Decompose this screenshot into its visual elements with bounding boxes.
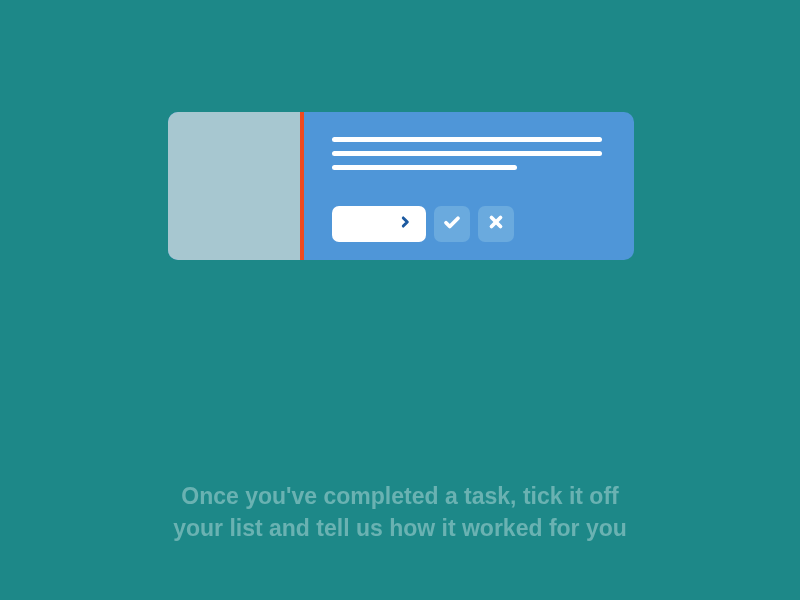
text-line (332, 151, 602, 156)
complete-button[interactable] (434, 206, 470, 242)
instruction-caption: Once you've completed a task, tick it of… (0, 480, 800, 544)
task-actions (332, 206, 606, 242)
task-text-placeholder (332, 137, 606, 170)
text-line (332, 165, 517, 170)
task-card-thumbnail (168, 112, 300, 260)
task-card-body (304, 112, 634, 260)
close-icon (487, 213, 505, 235)
chevron-right-icon (398, 215, 412, 233)
task-card (168, 112, 634, 260)
dismiss-button[interactable] (478, 206, 514, 242)
caption-line-2: your list and tell us how it worked for … (60, 512, 740, 544)
next-button[interactable] (332, 206, 426, 242)
caption-line-1: Once you've completed a task, tick it of… (60, 480, 740, 512)
check-icon (443, 213, 461, 235)
text-line (332, 137, 602, 142)
